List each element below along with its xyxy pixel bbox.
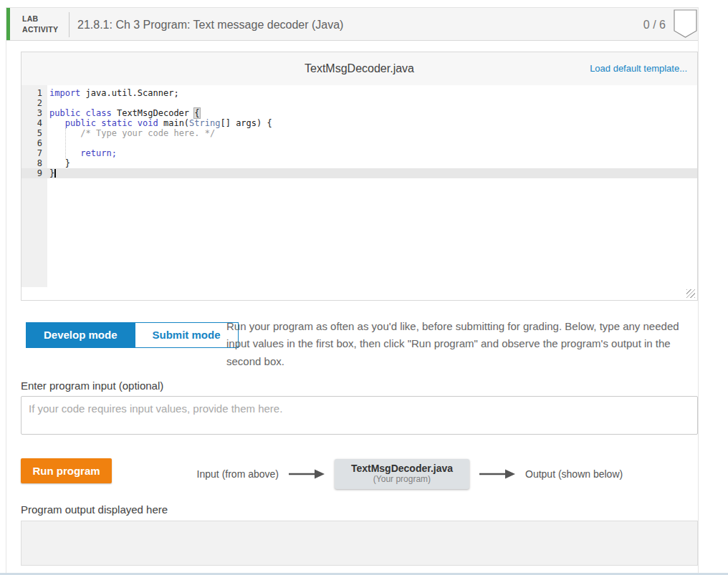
code-line[interactable]: 3public class TextMsgDecoder { — [21, 108, 697, 118]
editor-bottom-strip — [21, 287, 697, 300]
code-text[interactable]: } — [47, 168, 697, 178]
line-number: 1 — [21, 88, 47, 98]
header-divider — [69, 12, 70, 37]
program-box: TextMsgDecoder.java (Your program) — [335, 459, 469, 489]
flow-input-label: Input (from above) — [178, 468, 279, 480]
code-lines[interactable]: 1import java.util.Scanner;23public class… — [21, 85, 697, 178]
line-number: 4 — [21, 118, 47, 128]
line-number: 7 — [21, 148, 47, 158]
program-output-box — [21, 521, 698, 566]
code-text[interactable]: } — [47, 158, 697, 168]
code-text[interactable]: import java.util.Scanner; — [47, 88, 697, 98]
code-text[interactable] — [47, 98, 697, 108]
flow-arrow-icon — [289, 469, 325, 479]
line-number: 5 — [21, 128, 47, 138]
mode-tabs: Develop mode Submit mode — [26, 322, 239, 348]
editor-header: TextMsgDecoder.java Load default templat… — [21, 52, 697, 85]
code-text[interactable]: /* Type your code here. */ — [47, 128, 697, 138]
score-banner-icon — [674, 9, 697, 38]
line-number: 6 — [21, 138, 47, 148]
code-text[interactable] — [47, 138, 697, 148]
code-editor-panel: TextMsgDecoder.java Load default templat… — [21, 52, 698, 301]
editor-resize-handle[interactable] — [686, 289, 695, 298]
code-line[interactable]: 8 } — [21, 158, 697, 168]
flow-output-label: Output (shown below) — [525, 468, 623, 480]
program-flow-diagram: Input (from above) TextMsgDecoder.java (… — [178, 456, 623, 492]
code-line[interactable]: 5 /* Type your code here. */ — [21, 128, 697, 138]
code-line[interactable]: 6 — [21, 138, 697, 148]
activity-header: LAB ACTIVITY 21.8.1: Ch 3 Program: Text … — [6, 7, 698, 41]
activity-title: 21.8.1: Ch 3 Program: Text message decod… — [77, 8, 343, 42]
badge-line1: LAB — [22, 14, 58, 24]
program-output-label: Program output displayed here — [21, 503, 168, 516]
line-number: 9 — [21, 168, 47, 178]
lab-activity-badge: LAB ACTIVITY — [22, 14, 58, 35]
code-line[interactable]: 7 return; — [21, 148, 697, 158]
program-input-field[interactable] — [21, 396, 698, 435]
flow-arrow-icon — [479, 469, 515, 479]
code-line[interactable]: 1import java.util.Scanner; — [21, 88, 697, 98]
code-line[interactable]: 9} — [21, 168, 697, 178]
code-text[interactable]: public class TextMsgDecoder { — [47, 108, 697, 118]
activity-container: LAB ACTIVITY 21.8.1: Ch 3 Program: Text … — [6, 7, 699, 574]
line-number: 8 — [21, 158, 47, 168]
program-box-title: TextMsgDecoder.java — [335, 463, 469, 474]
code-line[interactable]: 2 — [21, 98, 697, 108]
tab-develop-mode[interactable]: Develop mode — [26, 322, 135, 348]
load-default-template-link[interactable]: Load default template... — [590, 63, 687, 74]
code-text[interactable]: return; — [47, 148, 697, 158]
run-instructions: Run your program as often as you'd like,… — [226, 318, 701, 370]
line-number: 2 — [21, 98, 47, 108]
line-number: 3 — [21, 108, 47, 118]
lab-activity-page: LAB ACTIVITY 21.8.1: Ch 3 Program: Text … — [0, 0, 728, 575]
indent-guide — [65, 128, 66, 158]
code-line[interactable]: 4 public static void main(String[] args)… — [21, 118, 697, 128]
program-input-label: Enter program input (optional) — [21, 380, 163, 392]
code-editor[interactable]: 1import java.util.Scanner;23public class… — [21, 85, 697, 287]
badge-line2: ACTIVITY — [22, 24, 58, 35]
score-text: 0 / 6 — [643, 8, 666, 42]
run-program-button[interactable]: Run program — [21, 458, 112, 483]
tab-submit-mode[interactable]: Submit mode — [135, 322, 239, 348]
program-box-subtitle: (Your program) — [335, 474, 469, 484]
lab-activity-accent-bar — [6, 8, 10, 40]
code-text[interactable]: public static void main(String[] args) { — [47, 118, 697, 128]
text-cursor — [54, 169, 56, 178]
